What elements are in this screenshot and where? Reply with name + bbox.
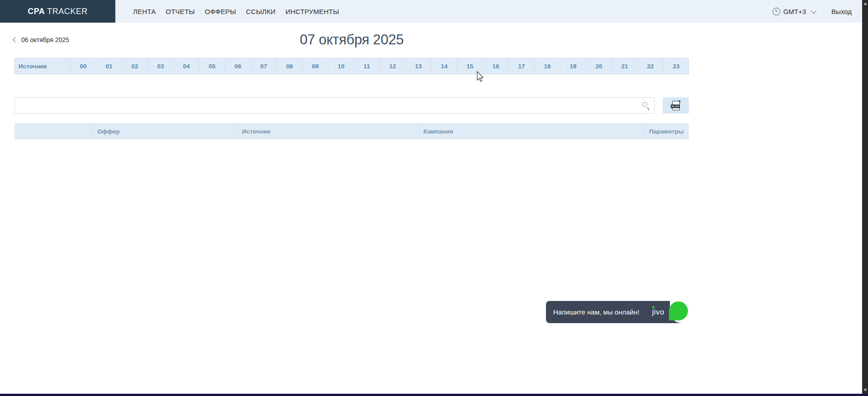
bottom-page-strip [0, 394, 868, 396]
hour-cell-03: 03 [147, 58, 173, 74]
brand-logo[interactable]: CPA TRACKER [0, 0, 115, 23]
hour-cell-21: 21 [612, 58, 637, 74]
hour-cell-22: 22 [637, 58, 663, 74]
results-column-оффер: Оффер [93, 123, 237, 139]
chevron-down-icon [811, 8, 817, 14]
jivo-leaf-dot-icon [652, 306, 655, 308]
clock-icon [773, 8, 780, 15]
search-lens [642, 102, 647, 107]
vertical-scrollbar[interactable] [862, 0, 868, 396]
hour-cell-18: 18 [534, 58, 560, 74]
xlsx-file-fold [678, 100, 680, 103]
search-bar [14, 97, 655, 114]
timezone-dropdown[interactable]: GMT+3 [773, 8, 815, 15]
search-icon[interactable] [639, 98, 654, 113]
brand-logo-bold: CPA [28, 7, 45, 16]
hour-cell-20: 20 [586, 58, 612, 74]
nav-item-4[interactable]: ИНСТРУМЕНТЫ [280, 8, 344, 15]
hour-cell-12: 12 [379, 58, 405, 74]
chat-widget[interactable]: Напишите нам, мы онлайн! jivo [546, 301, 689, 323]
chat-message: Напишите нам, мы онлайн! [546, 308, 639, 316]
hour-cell-06: 06 [225, 58, 251, 74]
timezone-label: GMT+3 [783, 8, 806, 15]
hours-source-cell: Источник [15, 58, 70, 74]
logout-button[interactable]: Выход [831, 8, 852, 15]
jivo-logo: jivo [652, 308, 664, 317]
jivo-leaf-icon [669, 301, 688, 320]
page-title: 07 октября 2025 [0, 32, 703, 48]
top-navbar: CPA TRACKER ЛЕНТАОТЧЕТЫОФФЕРЫССЫЛКИИНСТР… [0, 0, 868, 23]
hour-cell-13: 13 [405, 58, 431, 74]
hours-header-bar: Источник00010203040506070809101112131415… [14, 58, 689, 74]
nav-item-3[interactable]: ССЫЛКИ [241, 8, 281, 15]
hour-cell-14: 14 [431, 58, 457, 74]
results-column-empty [14, 123, 93, 139]
scrollbar-down-arrow-icon[interactable] [863, 389, 867, 391]
search-input[interactable] [15, 98, 639, 113]
nav-right: GMT+3 Выход [773, 0, 868, 23]
results-column-кампания: Кампания [419, 123, 645, 139]
search-handle [647, 107, 650, 110]
brand-logo-rest: TRACKER [47, 7, 88, 16]
hour-cell-05: 05 [199, 58, 225, 74]
hour-cell-10: 10 [328, 58, 354, 74]
xlsx-file-icon: XLSX [672, 101, 680, 110]
nav-item-2[interactable]: ОФФЕРЫ [200, 8, 241, 15]
hour-cell-04: 04 [173, 58, 199, 74]
hour-cell-19: 19 [560, 58, 586, 74]
hour-cell-08: 08 [276, 58, 302, 74]
results-table-header: ОфферИсточникКампанияПараметры [14, 123, 689, 139]
hour-cell-09: 09 [302, 58, 328, 74]
scrollbar-up-arrow-icon[interactable] [863, 2, 867, 5]
xlsx-file-label: XLSX [671, 105, 680, 108]
hour-cell-07: 07 [251, 58, 276, 74]
hour-cell-15: 15 [457, 58, 483, 74]
hour-cell-23: 23 [663, 58, 689, 74]
results-column-параметры: Параметры [645, 123, 689, 139]
export-xlsx-button[interactable]: XLSX [663, 97, 689, 114]
hour-cell-16: 16 [483, 58, 508, 74]
hour-cell-02: 02 [122, 58, 147, 74]
nav-item-1[interactable]: ОТЧЕТЫ [161, 8, 199, 15]
hour-cell-17: 17 [508, 58, 534, 74]
hour-cell-00: 00 [70, 58, 96, 74]
results-column-источник: Источник [237, 123, 419, 139]
nav-item-0[interactable]: ЛЕНТА [128, 8, 161, 15]
hour-cell-11: 11 [354, 58, 379, 74]
hour-cell-01: 01 [96, 58, 122, 74]
nav-links: ЛЕНТАОТЧЕТЫОФФЕРЫССЫЛКИИНСТРУМЕНТЫ [128, 0, 344, 23]
